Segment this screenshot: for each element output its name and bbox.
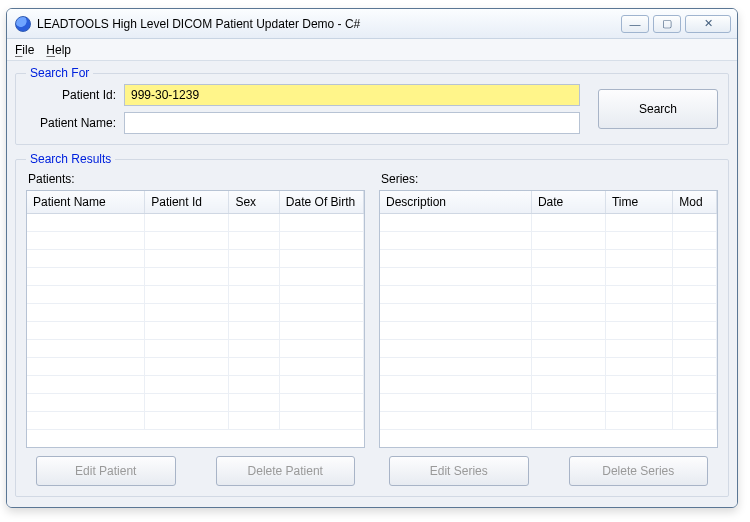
patients-col-id[interactable]: Patient Id xyxy=(145,191,229,214)
patient-name-input[interactable] xyxy=(124,112,580,134)
patients-col-sex[interactable]: Sex xyxy=(229,191,279,214)
app-window: LEADTOOLS High Level DICOM Patient Updat… xyxy=(6,8,738,508)
table-row[interactable] xyxy=(27,304,364,322)
table-row[interactable] xyxy=(27,358,364,376)
table-row[interactable] xyxy=(27,376,364,394)
table-row[interactable] xyxy=(27,268,364,286)
patients-col-dob[interactable]: Date Of Birth xyxy=(279,191,363,214)
patients-label: Patients: xyxy=(28,172,365,186)
minimize-icon: — xyxy=(630,18,641,30)
menu-bar: File Help xyxy=(7,39,737,61)
table-row[interactable] xyxy=(380,304,717,322)
search-for-group: Search For Patient Id: Search Patient Na… xyxy=(15,73,729,145)
table-row[interactable] xyxy=(27,286,364,304)
edit-patient-button[interactable]: Edit Patient xyxy=(36,456,176,486)
series-col-time[interactable]: Time xyxy=(605,191,672,214)
table-row[interactable] xyxy=(380,232,717,250)
series-col-mod[interactable]: Mod xyxy=(673,191,717,214)
window-title: LEADTOOLS High Level DICOM Patient Updat… xyxy=(37,17,621,31)
delete-patient-button[interactable]: Delete Patient xyxy=(216,456,356,486)
menu-file-rest: ile xyxy=(22,43,34,57)
menu-help[interactable]: Help xyxy=(46,43,71,57)
series-body xyxy=(380,214,717,430)
table-row[interactable] xyxy=(27,412,364,430)
patients-col-name[interactable]: Patient Name xyxy=(27,191,145,214)
patients-body xyxy=(27,214,364,430)
action-row: Edit Patient Delete Patient Edit Series … xyxy=(26,456,718,486)
table-row[interactable] xyxy=(380,322,717,340)
series-col-date[interactable]: Date xyxy=(531,191,605,214)
table-row[interactable] xyxy=(380,340,717,358)
table-row[interactable] xyxy=(27,232,364,250)
close-button[interactable]: ✕ xyxy=(685,15,731,33)
search-results-legend: Search Results xyxy=(26,152,115,166)
menu-file[interactable]: File xyxy=(15,43,34,57)
client-area: Search For Patient Id: Search Patient Na… xyxy=(7,61,737,507)
table-row[interactable] xyxy=(380,412,717,430)
patient-name-label: Patient Name: xyxy=(26,116,116,130)
title-bar: LEADTOOLS High Level DICOM Patient Updat… xyxy=(7,9,737,39)
series-grid[interactable]: Description Date Time Mod xyxy=(379,190,718,448)
app-icon xyxy=(15,16,31,32)
maximize-button[interactable]: ▢ xyxy=(653,15,681,33)
maximize-icon: ▢ xyxy=(662,17,672,30)
patient-id-input[interactable] xyxy=(124,84,580,106)
minimize-button[interactable]: — xyxy=(621,15,649,33)
table-row[interactable] xyxy=(380,358,717,376)
table-row[interactable] xyxy=(27,214,364,232)
search-button[interactable]: Search xyxy=(598,89,718,129)
edit-series-button[interactable]: Edit Series xyxy=(389,456,529,486)
table-row[interactable] xyxy=(380,394,717,412)
table-row[interactable] xyxy=(380,286,717,304)
menu-help-rest: elp xyxy=(55,43,71,57)
table-row[interactable] xyxy=(27,250,364,268)
close-icon: ✕ xyxy=(704,17,713,30)
patient-id-label: Patient Id: xyxy=(26,88,116,102)
search-for-legend: Search For xyxy=(26,66,93,80)
search-results-group: Search Results Patients: Patient Name Pa… xyxy=(15,159,729,497)
window-controls: — ▢ ✕ xyxy=(621,15,731,33)
table-row[interactable] xyxy=(380,214,717,232)
patients-grid[interactable]: Patient Name Patient Id Sex Date Of Birt… xyxy=(26,190,365,448)
table-row[interactable] xyxy=(380,268,717,286)
table-row[interactable] xyxy=(27,322,364,340)
table-row[interactable] xyxy=(380,376,717,394)
series-column: Series: Description Date Time Mod xyxy=(379,170,718,448)
series-col-desc[interactable]: Description xyxy=(380,191,531,214)
delete-series-button[interactable]: Delete Series xyxy=(569,456,709,486)
table-row[interactable] xyxy=(27,394,364,412)
table-row[interactable] xyxy=(27,340,364,358)
table-row[interactable] xyxy=(380,250,717,268)
series-label: Series: xyxy=(381,172,718,186)
patients-column: Patients: Patient Name Patient Id Sex Da… xyxy=(26,170,365,448)
